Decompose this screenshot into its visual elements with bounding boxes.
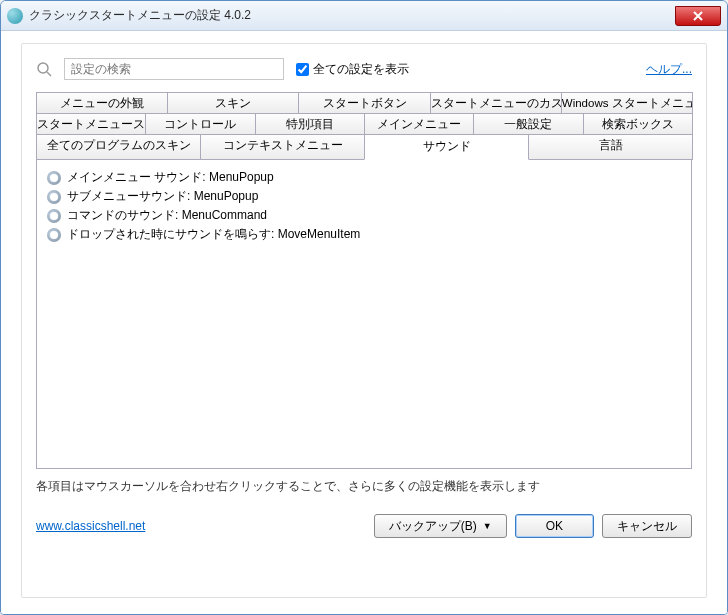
tab-windows-start[interactable]: Windows スタートメニュー (561, 92, 693, 114)
close-icon (693, 11, 703, 21)
tab-context-menu[interactable]: コンテキストメニュー (200, 134, 365, 160)
tab-row-2: スタートメニュースタイル コントロール 特別項目 メインメニュー 一般設定 検索… (36, 113, 692, 135)
gear-icon (47, 171, 61, 185)
show-all-checkbox[interactable]: 全ての設定を表示 (296, 61, 409, 78)
search-input[interactable] (64, 58, 284, 80)
settings-list: メインメニュー サウンド: MenuPopup サブメニューサウンド: Menu… (36, 159, 692, 469)
svg-line-1 (47, 72, 51, 76)
tab-general[interactable]: 一般設定 (473, 113, 583, 135)
tab-customize[interactable]: スタートメニューのカスタマイズ (430, 92, 562, 114)
tab-style[interactable]: スタートメニュースタイル (36, 113, 146, 135)
tab-row-3: 全てのプログラムのスキン コンテキストメニュー サウンド 言語 (36, 134, 692, 160)
list-item[interactable]: コマンドのサウンド: MenuCommand (47, 206, 681, 225)
window-title: クラシックスタートメニューの設定 4.0.2 (29, 7, 251, 24)
tab-special[interactable]: 特別項目 (255, 113, 365, 135)
tab-control[interactable]: コントロール (145, 113, 255, 135)
item-label: メインメニュー サウンド: MenuPopup (67, 169, 274, 186)
item-label: サブメニューサウンド: MenuPopup (67, 188, 258, 205)
backup-button[interactable]: バックアップ(B) ▼ (374, 514, 507, 538)
tab-skin[interactable]: スキン (167, 92, 299, 114)
tab-all-programs-skin[interactable]: 全てのプログラムのスキン (36, 134, 201, 160)
list-item[interactable]: メインメニュー サウンド: MenuPopup (47, 168, 681, 187)
tab-start-button[interactable]: スタートボタン (298, 92, 430, 114)
gear-icon (47, 209, 61, 223)
show-all-label: 全ての設定を表示 (313, 61, 409, 78)
tab-main-menu[interactable]: メインメニュー (364, 113, 474, 135)
tabs: メニューの外観 スキン スタートボタン スタートメニューのカスタマイズ Wind… (36, 92, 692, 160)
search-row: 全ての設定を表示 ヘルプ... (36, 58, 692, 80)
list-item[interactable]: サブメニューサウンド: MenuPopup (47, 187, 681, 206)
list-item[interactable]: ドロップされた時にサウンドを鳴らす: MoveMenuItem (47, 225, 681, 244)
show-all-input[interactable] (296, 63, 309, 76)
item-label: コマンドのサウンド: MenuCommand (67, 207, 267, 224)
tab-search-box[interactable]: 検索ボックス (583, 113, 693, 135)
titlebar: クラシックスタートメニューの設定 4.0.2 (1, 1, 727, 31)
gear-icon (47, 228, 61, 242)
footer: www.classicshell.net バックアップ(B) ▼ OK キャンセ… (36, 514, 692, 538)
content-inner: 全ての設定を表示 ヘルプ... メニューの外観 スキン スタートボタン スタート… (21, 43, 707, 598)
backup-label: バックアップ(B) (389, 518, 477, 535)
website-link[interactable]: www.classicshell.net (36, 519, 145, 533)
content-area: 全ての設定を表示 ヘルプ... メニューの外観 スキン スタートボタン スタート… (1, 31, 727, 614)
cancel-button[interactable]: キャンセル (602, 514, 692, 538)
search-icon (36, 61, 52, 77)
chevron-down-icon: ▼ (483, 521, 492, 531)
tab-sound[interactable]: サウンド (364, 134, 529, 160)
tab-language[interactable]: 言語 (528, 134, 693, 160)
item-label: ドロップされた時にサウンドを鳴らす: MoveMenuItem (67, 226, 360, 243)
help-link[interactable]: ヘルプ... (646, 61, 692, 78)
app-icon (7, 8, 23, 24)
svg-point-0 (38, 63, 48, 73)
close-button[interactable] (675, 6, 721, 26)
tab-appearance[interactable]: メニューの外観 (36, 92, 168, 114)
settings-window: クラシックスタートメニューの設定 4.0.2 全ての設定を表示 ヘルプ... メ… (0, 0, 728, 615)
gear-icon (47, 190, 61, 204)
hint-text: 各項目はマウスカーソルを合わせ右クリックすることで、さらに多くの設定機能を表示し… (36, 479, 692, 494)
tab-row-1: メニューの外観 スキン スタートボタン スタートメニューのカスタマイズ Wind… (36, 92, 692, 114)
ok-button[interactable]: OK (515, 514, 594, 538)
